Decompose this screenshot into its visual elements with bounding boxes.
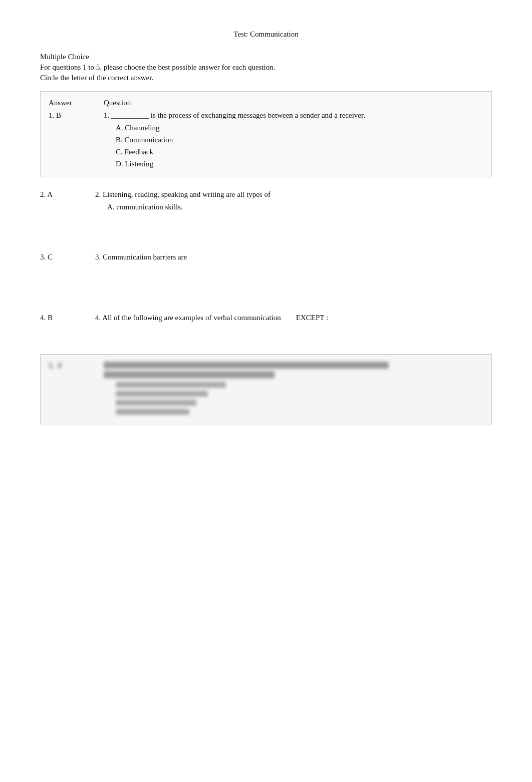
instructions-line2: Circle the letter of the correct answer. <box>40 74 492 82</box>
header-answer: Answer <box>49 99 104 107</box>
question-content-4: 4. All of the following are examples of … <box>95 314 492 324</box>
test-title: Test: Communication <box>40 30 492 39</box>
answer-3: 3. C <box>40 253 95 262</box>
blurred-options <box>104 382 483 415</box>
option-1c: C. Feedback <box>116 146 483 158</box>
blurred-inner: 5. F <box>49 362 483 418</box>
question-text-2: 2. Listening, reading, speaking and writ… <box>95 190 492 199</box>
question-text-3: 3. Communication barriers are <box>95 253 492 262</box>
question-content-3: 3. Communication barriers are <box>95 253 492 264</box>
blurred-row: 5. F <box>49 362 483 418</box>
header-question: Question <box>104 99 483 107</box>
option-2a: A. communication skills. <box>107 201 492 213</box>
except-label: EXCEPT : <box>296 314 328 322</box>
answer-1: 1. B <box>49 111 104 120</box>
blurred-opt-1 <box>116 382 226 388</box>
question-row-1: 1. B 1. __________ is the process of exc… <box>49 111 483 170</box>
answer-4: 4. B <box>40 314 95 322</box>
option-1b: B. Communication <box>116 134 483 146</box>
question-text-4: 4. All of the following are examples of … <box>95 314 492 322</box>
options-list-1: A. Channeling B. Communication C. Feedba… <box>104 122 483 170</box>
questions-table: Answer Question 1. B 1. __________ is th… <box>40 91 492 177</box>
option-1a: A. Channeling <box>116 122 483 134</box>
question-content-2: 2. Listening, reading, speaking and writ… <box>95 190 492 213</box>
blurred-opt-2 <box>116 391 208 397</box>
question-content-1: 1. __________ is the process of exchangi… <box>104 111 483 170</box>
question-row-2: 2. A 2. Listening, reading, speaking and… <box>40 190 492 213</box>
instructions-line1: For questions 1 to 5, please choose the … <box>40 63 492 72</box>
blurred-opt-3 <box>116 400 196 406</box>
question-row-4: 4. B 4. All of the following are example… <box>40 314 492 324</box>
section-label: Multiple Choice <box>40 53 492 61</box>
blurred-content <box>104 362 483 418</box>
table-header: Answer Question <box>49 99 483 107</box>
blurred-opt-4 <box>116 409 189 415</box>
blurred-answer: 5. F <box>49 362 104 370</box>
blurred-line-1 <box>104 362 389 369</box>
answer-2: 2. A <box>40 190 95 199</box>
options-list-2: A. communication skills. <box>95 201 492 213</box>
blurred-line-2 <box>104 371 275 378</box>
blurred-question-section: 5. F <box>40 354 492 425</box>
question-text-1: 1. __________ is the process of exchangi… <box>104 111 483 120</box>
option-1d: D. Listening <box>116 158 483 170</box>
question-row-3: 3. C 3. Communication barriers are <box>40 253 492 264</box>
